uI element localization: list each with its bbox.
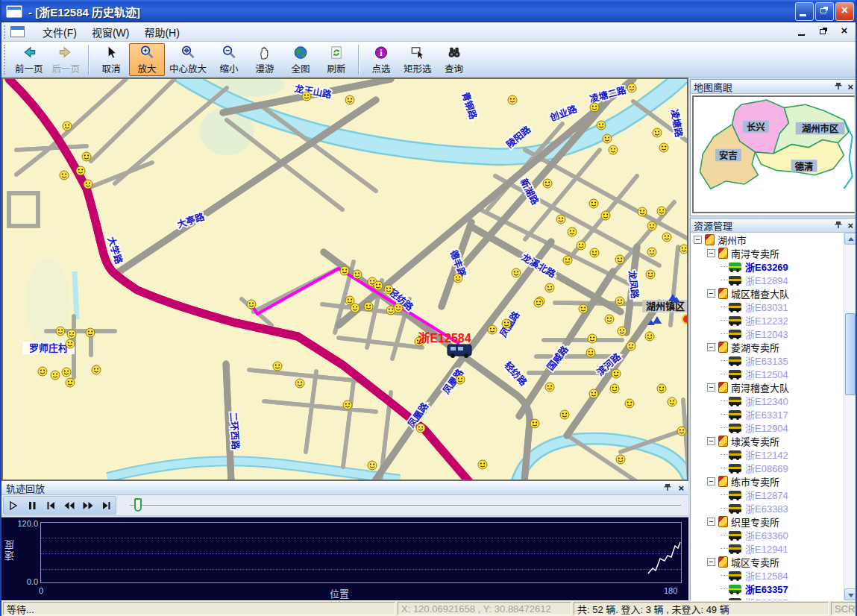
tree-item-label: 浙E12232 [745,313,788,327]
chart-x-axis-label: 位置 [330,586,349,600]
tree-item-label: 浙E12941 [745,541,788,556]
tree-vehicle-item[interactable]: 浙E63360 [691,528,844,541]
child-close-button[interactable]: × [838,26,851,37]
tree-vehicle-item[interactable]: 浙E12142 [691,447,844,461]
poi-marker [682,315,687,324]
pin-icon[interactable] [834,82,843,92]
expand-toggle-icon[interactable] [694,236,702,244]
close-panel-icon[interactable]: × [847,82,853,92]
zoom-in-button[interactable]: 放大 [129,43,165,76]
pin-icon[interactable] [834,221,843,230]
prev-page-button[interactable]: 前一页 [10,43,48,76]
playback-slider[interactable] [121,495,684,515]
rect-select-button[interactable]: 矩形选 [399,43,436,76]
expand-toggle-icon[interactable] [707,249,715,257]
organization-icon [718,556,728,568]
tree-vehicle-item[interactable]: 浙E63031 [691,300,844,313]
expand-toggle-icon[interactable] [707,343,715,351]
skip-start-button[interactable] [41,497,60,514]
point-select-button[interactable]: i 点选 [363,43,399,76]
tree-vehicle-item[interactable]: 浙E63317 [691,407,844,421]
tree-vehicle-item[interactable]: 浙E12941 [691,541,844,555]
tree-group-item[interactable]: 城区专卖所 [691,555,844,568]
zoom-out-magnifier-icon [221,45,237,60]
tree-vehicle-item[interactable]: 浙E12894 [691,273,844,286]
tree-vehicle-item[interactable]: 浙E12504 [691,367,844,380]
rewind-button[interactable] [60,497,78,514]
pause-button[interactable] [22,497,41,514]
resource-panel: 资源管理 × 湖州市南浔专卖所浙E63269浙E12894城区稽查大队浙E630… [690,218,857,600]
cancel-button[interactable]: 取消 [93,43,129,76]
tree-group-item[interactable]: 南浔专卖所 [691,246,844,260]
tree-vehicle-item[interactable]: 浙E63357 [691,582,844,595]
toolbar-separator [88,45,90,75]
expand-toggle-icon[interactable] [707,518,715,526]
tree-group-item[interactable]: 菱湖专卖所 [691,340,844,353]
tree-item-label: 城区稽查大队 [731,286,789,301]
close-panel-icon[interactable]: × [678,483,684,494]
village-label: 罗师庄村 [29,342,68,353]
tree-group-item[interactable]: 湖州市 [691,233,844,246]
tree-vehicle-item[interactable]: 浙E12874 [691,488,844,501]
pan-button[interactable]: 漫游 [247,43,283,76]
tree-vehicle-item[interactable]: 浙E08669 [691,461,844,474]
center-zoom-button[interactable]: 中心放大 [165,43,211,76]
tree-vehicle-item[interactable]: 浙E12340 [691,394,844,407]
tree-vehicle-item[interactable]: 浙E12904 [691,421,844,434]
menu-window[interactable]: 视窗(W) [84,22,137,42]
expand-toggle-icon[interactable] [707,383,715,392]
child-minimize-button[interactable] [796,26,809,37]
next-page-button[interactable]: 后一页 [48,43,85,76]
slider-track[interactable] [130,505,681,506]
tree-vehicle-item[interactable]: 浙E63269 [691,260,844,273]
close-button[interactable]: × [835,2,854,21]
tree-vehicle-item[interactable]: 浙E63135 [691,353,844,367]
expand-toggle-icon[interactable] [707,437,715,445]
expand-toggle-icon[interactable] [707,477,715,485]
tree-vehicle-item[interactable]: 浙E12232 [691,313,844,327]
zoom-out-button[interactable]: 缩小 [211,43,247,76]
tree-group-item[interactable]: 城区稽查大队 [691,286,844,300]
map-overview-panel: 地图鹰眼 × 长兴 湖州市区 安吉 德清 [690,79,857,216]
toolbar: 前一页 后一页 取消 放大 中心放大 缩小 漫游 全图 [1,42,857,78]
minimize-button[interactable] [795,2,814,21]
pin-icon[interactable] [663,483,672,493]
query-binoculars-icon [446,45,462,60]
scroll-down-button[interactable] [844,588,856,600]
play-button[interactable] [4,497,22,514]
query-button[interactable]: 查询 [436,43,472,76]
slider-thumb[interactable] [134,498,142,512]
fast-forward-button[interactable] [78,497,97,514]
tree-item-label: 浙E12142 [745,447,788,462]
tree-vehicle-item[interactable]: 浙E63383 [691,501,844,515]
tree-vehicle-item[interactable]: 浙E09387 [691,595,844,600]
app-icon [6,5,22,18]
tree-group-item[interactable]: 练市专卖所 [691,474,844,488]
full-extent-button[interactable]: 全图 [283,43,318,76]
expand-toggle-icon[interactable] [707,558,715,566]
tree-vehicle-item[interactable]: 浙E12584 [691,568,844,582]
tree-group-item[interactable]: 南浔稽查大队 [691,380,844,394]
tree-scrollbar[interactable] [844,233,856,600]
close-panel-icon[interactable]: × [847,221,853,230]
tree-item-label: 浙E12904 [745,421,788,435]
tree-vehicle-item[interactable]: 浙E12043 [691,327,844,340]
truck-offline-icon [729,410,741,418]
expand-toggle-icon[interactable] [707,289,715,298]
scroll-thumb[interactable] [845,313,856,395]
child-restore-button[interactable] [817,26,830,37]
menu-file[interactable]: 文件(F) [35,22,84,42]
tree-group-item[interactable]: 埭溪专卖所 [691,434,844,447]
restore-button[interactable] [815,2,834,21]
map-canvas[interactable]: 龙王山路 青铜路 凌塘二路 凌塘路 创业路 陵阳路 新湖路 大学路 大亭路 德丰… [3,79,687,480]
mdi-child-icon[interactable] [10,26,25,37]
tree-group-item[interactable]: 织里专卖所 [691,515,844,528]
menu-help[interactable]: 帮助(H) [136,22,186,42]
overview-map[interactable]: 长兴 湖州市区 安吉 德清 [694,97,855,212]
speed-chart: 速度 120.0 0.0 0 位置 180 [1,517,688,600]
skip-end-button[interactable] [97,497,116,514]
refresh-button[interactable]: 刷新 [318,43,354,76]
scroll-up-button[interactable] [844,233,856,245]
tree-connector [721,320,728,321]
tree-item-label: 浙E63269 [745,260,788,274]
